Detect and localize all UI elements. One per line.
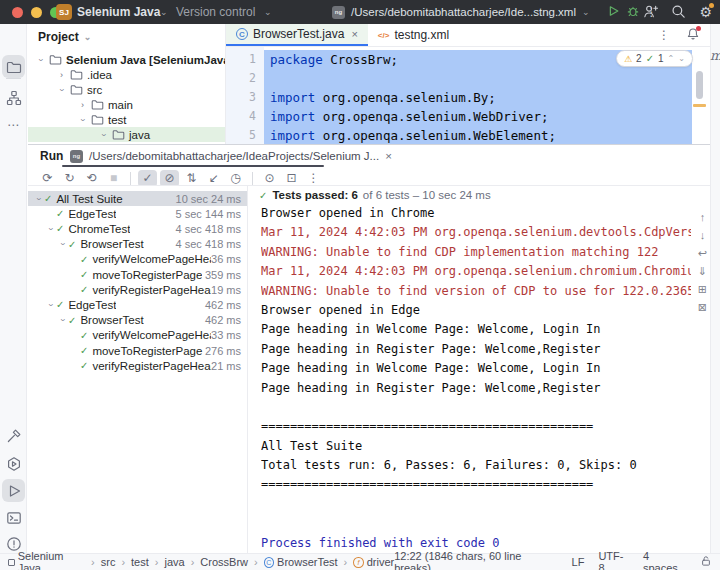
sort-by-duration-icon[interactable]: ⇅ bbox=[182, 170, 201, 187]
breadcrumb-item[interactable]: driver bbox=[367, 556, 395, 568]
test-tree-item[interactable]: ✓moveToRegisterPage (1)276 ms bbox=[28, 343, 248, 358]
chevron-down-icon[interactable]: › bbox=[46, 300, 56, 310]
next-occurrence-icon[interactable]: ↓ bbox=[700, 230, 706, 241]
test-tree-item[interactable]: ✓verifyRegisterPageHeading19 ms bbox=[28, 282, 248, 297]
inspections-widget[interactable]: ⚠ 2 ✓ 1 ⌃ ⌄ bbox=[616, 50, 693, 67]
project-badge[interactable]: SJ bbox=[56, 4, 72, 20]
editor-options-button[interactable]: ⋮ bbox=[658, 28, 670, 42]
project-tree-item[interactable]: ›Selenium Java [SeleniumJava] ~/IdeaProj bbox=[28, 52, 226, 67]
add-user-button[interactable] bbox=[643, 4, 658, 21]
show-passed-icon[interactable]: ✓ bbox=[138, 170, 157, 187]
settings-button[interactable]: ⚙ bbox=[699, 5, 712, 19]
test-tree-item[interactable]: ›✓EdgeTest462 ms bbox=[28, 297, 248, 312]
test-tree-item[interactable]: ✓moveToRegisterPage359 ms bbox=[28, 267, 248, 282]
project-menu[interactable]: Selenium Java bbox=[77, 5, 160, 19]
notifications-button[interactable] bbox=[686, 27, 700, 43]
test-tree-item[interactable]: ✓verifyWelcomePageHeading36 ms bbox=[28, 252, 248, 267]
breadcrumb-item[interactable]: Selenium Java bbox=[18, 550, 85, 570]
test-tree-item[interactable]: ✓verifyWelcomePageHeading (1)33 ms bbox=[28, 328, 248, 343]
build-tool-button[interactable] bbox=[0, 424, 27, 448]
chevron-down-icon[interactable]: › bbox=[46, 224, 56, 234]
run-tab[interactable]: ng /Users/debomitabhattacharjee/IdeaProj… bbox=[62, 145, 400, 167]
chevron-down-icon[interactable]: › bbox=[57, 85, 67, 94]
scroll-to-end-icon[interactable]: ⇓ bbox=[698, 266, 707, 277]
export-test-results-icon[interactable]: ⊡ bbox=[282, 170, 301, 187]
services-tool-button[interactable] bbox=[0, 452, 27, 476]
chevron-right-icon[interactable]: › bbox=[78, 100, 87, 110]
test-tree-item[interactable]: ›✓BrowserTest462 ms bbox=[28, 313, 248, 328]
import-test-results-icon[interactable]: ⊙ bbox=[260, 170, 279, 187]
editor-scrollbar[interactable] bbox=[696, 71, 703, 99]
breadcrumb-item[interactable]: CrossBrw bbox=[200, 556, 248, 568]
run-configuration-select[interactable]: /Users/debomitabhattacharjee/Ide...stng.… bbox=[351, 6, 576, 18]
search-everywhere-button[interactable] bbox=[671, 4, 686, 21]
project-tree-item[interactable]: ›test bbox=[28, 112, 226, 127]
status-widget[interactable]: 4 spaces bbox=[643, 550, 686, 570]
chevron-down-icon[interactable]: › bbox=[58, 239, 68, 249]
test-duration: 10 sec 24 ms bbox=[176, 193, 248, 205]
chevron-down-icon[interactable]: › bbox=[58, 315, 68, 325]
prev-occurrence-icon[interactable]: ↑ bbox=[700, 212, 706, 223]
minimize-window-button[interactable] bbox=[31, 7, 42, 18]
chevron-down-icon[interactable]: › bbox=[36, 55, 46, 64]
test-duration: 36 ms bbox=[211, 253, 248, 265]
auto-test-icon[interactable]: ⟲ bbox=[82, 170, 101, 187]
more-tool-button[interactable]: ⋯ bbox=[0, 113, 27, 137]
stop-icon[interactable]: ■ bbox=[104, 170, 123, 187]
test-tree-item[interactable]: ›✓All Test Suite10 sec 24 ms bbox=[28, 191, 248, 206]
breadcrumb-separator: › bbox=[121, 556, 125, 568]
tab-browsertest-java[interactable]: C BrowserTest.java × bbox=[226, 24, 368, 46]
clear-all-icon[interactable]: ⊠ bbox=[698, 302, 707, 313]
test-tree-item[interactable]: ›✓ChromeTest4 sec 418 ms bbox=[28, 221, 248, 236]
lock-icon[interactable] bbox=[700, 555, 712, 569]
test-tree-item[interactable]: ›✓BrowserTest4 sec 418 ms bbox=[28, 237, 248, 252]
structure-tool-button[interactable] bbox=[0, 86, 27, 110]
soft-wrap-icon[interactable]: ↩ bbox=[698, 248, 707, 259]
tab-testng-xml[interactable]: </> testng.xml bbox=[368, 24, 459, 46]
project-tree-item[interactable]: ›java bbox=[28, 127, 226, 142]
chevron-right-icon[interactable]: › bbox=[57, 70, 66, 80]
rerun-icon[interactable]: ⟳ bbox=[38, 170, 57, 187]
project-tool-button[interactable] bbox=[0, 55, 27, 79]
run-tool-button[interactable] bbox=[0, 479, 27, 503]
chevron-down-icon[interactable]: › bbox=[78, 115, 88, 124]
close-tab-icon[interactable]: × bbox=[351, 28, 357, 40]
test-tree-item[interactable]: ✓EdgeTest5 sec 144 ms bbox=[28, 206, 248, 221]
close-window-button[interactable] bbox=[12, 7, 23, 18]
status-widget[interactable]: UTF-8 bbox=[598, 550, 629, 570]
show-ignored-icon[interactable]: ⊘ bbox=[160, 170, 179, 187]
close-run-tab-icon[interactable]: × bbox=[385, 150, 392, 162]
breadcrumb-item[interactable]: src bbox=[101, 556, 116, 568]
status-widget[interactable]: 12:22 (1846 chars, 60 line breaks) bbox=[394, 550, 557, 570]
ide-window: SJ Selenium Java ⌄ Version control ⌄ ng … bbox=[0, 0, 720, 570]
test-tree-item[interactable]: ✓verifyRegisterPageHeading (1)21 ms bbox=[28, 358, 248, 373]
project-tree-item[interactable]: ›.idea bbox=[28, 67, 226, 82]
chevron-down-icon[interactable]: › bbox=[34, 194, 44, 204]
more-icon[interactable]: ⋮ bbox=[304, 170, 323, 187]
warning-stripe-mark[interactable] bbox=[693, 104, 706, 107]
breadcrumb-item[interactable]: java bbox=[164, 556, 184, 568]
chevron-down-icon: ⌄ bbox=[160, 7, 168, 17]
breadcrumb-item[interactable]: BrowserTest bbox=[277, 556, 338, 568]
line-number: 3 bbox=[226, 88, 256, 107]
debug-button[interactable] bbox=[626, 4, 640, 20]
chevron-down-icon[interactable]: › bbox=[99, 130, 109, 139]
run-button[interactable] bbox=[606, 4, 620, 20]
project-tree-item[interactable]: ›main bbox=[28, 97, 226, 112]
test-history-icon[interactable]: ◷ bbox=[226, 170, 245, 187]
project-tree-item[interactable]: ›src bbox=[28, 82, 226, 97]
prev-problem-icon[interactable]: ⌃ bbox=[668, 54, 675, 63]
status-widget[interactable]: LF bbox=[572, 556, 585, 568]
next-problem-icon[interactable]: ⌄ bbox=[678, 54, 685, 63]
test-results-tree[interactable]: ›✓All Test Suite10 sec 24 ms✓EdgeTest5 s… bbox=[28, 186, 248, 555]
vcs-menu[interactable]: Version control bbox=[176, 5, 255, 19]
maven-tool-window-button[interactable]: m bbox=[710, 48, 720, 63]
navigate-stacktrace-icon[interactable]: ↙ bbox=[204, 170, 223, 187]
print-icon[interactable]: ⊞ bbox=[698, 284, 707, 295]
terminal-tool-button[interactable] bbox=[0, 506, 27, 530]
rerun-failed-icon[interactable]: ↻ bbox=[60, 170, 79, 187]
project-panel-header[interactable]: Project ⌄ bbox=[38, 30, 91, 44]
code-editor[interactable]: 1package CrossBrw;23import org.openqa.se… bbox=[226, 46, 710, 144]
breadcrumb-item[interactable]: test bbox=[131, 556, 149, 568]
run-console[interactable]: ✓ Tests passed: 6 of 6 tests – 10 sec 24… bbox=[249, 186, 710, 555]
